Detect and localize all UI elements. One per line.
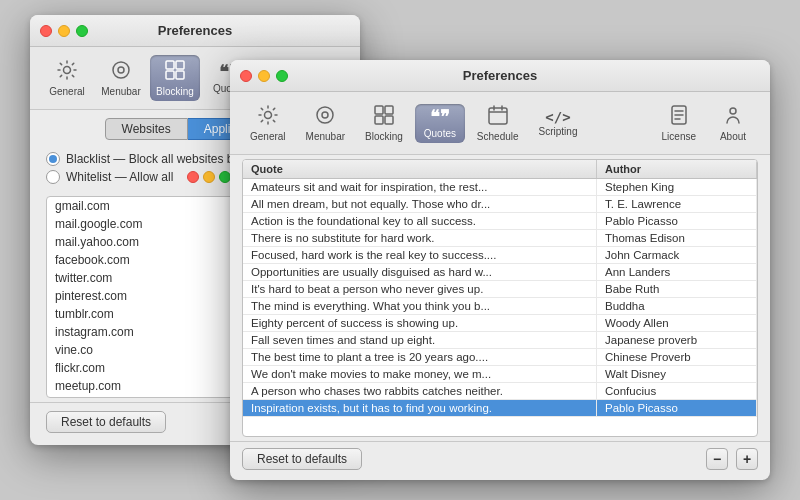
radio-dot-whitelist xyxy=(46,170,60,184)
bottom-bar-front: Reset to defaults − + xyxy=(230,441,770,476)
cell-author: John Carmack xyxy=(597,247,757,263)
minimize-button-front[interactable] xyxy=(258,70,270,82)
cell-quote: Fall seven times and stand up eight. xyxy=(243,332,597,348)
toolbar-blocking-back[interactable]: Blocking xyxy=(150,55,200,101)
svg-rect-14 xyxy=(385,106,393,114)
col-quote: Quote xyxy=(243,160,597,178)
toolbar-license-front[interactable]: License xyxy=(654,100,704,146)
cell-author: T. E. Lawrence xyxy=(597,196,757,212)
toolbar-front: General Menubar xyxy=(230,92,770,155)
toolbar-general-back[interactable]: General xyxy=(42,55,92,101)
toolbar-scripting-label-front: Scripting xyxy=(539,126,578,137)
quotes-table[interactable]: Quote Author Amateurs sit and wait for i… xyxy=(242,159,758,437)
svg-point-0 xyxy=(64,67,71,74)
toolbar-about-front[interactable]: About xyxy=(708,100,758,146)
toolbar-general-label-back: General xyxy=(49,86,85,97)
svg-point-11 xyxy=(317,107,333,123)
svg-rect-5 xyxy=(166,71,174,79)
blocking-icon-back xyxy=(164,59,186,84)
toolbar-menubar-front[interactable]: Menubar xyxy=(298,100,353,146)
close-button-front[interactable] xyxy=(240,70,252,82)
cell-quote: Opportunities are usually disguised as h… xyxy=(243,264,597,280)
plus-button[interactable]: + xyxy=(736,448,758,470)
radio-dot-blacklist xyxy=(46,152,60,166)
table-row[interactable]: It's hard to beat a person who never giv… xyxy=(243,281,757,298)
cell-author: Walt Disney xyxy=(597,366,757,382)
toolbar-menubar-back[interactable]: Menubar xyxy=(96,55,146,101)
titlebar-front: Preferences xyxy=(230,60,770,92)
table-header: Quote Author xyxy=(243,160,757,179)
toolbar-quotes-front[interactable]: ❝❞ Quotes xyxy=(415,104,465,143)
toolbar-blocking-label-back: Blocking xyxy=(156,86,194,97)
svg-rect-3 xyxy=(166,61,174,69)
cell-quote: There is no substitute for hard work. xyxy=(243,230,597,246)
about-icon-front xyxy=(722,104,744,129)
table-row[interactable]: The best time to plant a tree is 20 year… xyxy=(243,349,757,366)
close-button-back[interactable] xyxy=(40,25,52,37)
toolbar-schedule-label-front: Schedule xyxy=(477,131,519,142)
toolbar-schedule-front[interactable]: Schedule xyxy=(469,100,527,146)
svg-point-2 xyxy=(118,67,124,73)
table-row[interactable]: A person who chases two rabbits catches … xyxy=(243,383,757,400)
minimize-button-back[interactable] xyxy=(58,25,70,37)
toolbar-menubar-label-front: Menubar xyxy=(306,131,345,142)
tab-websites-back[interactable]: Websites xyxy=(105,118,188,140)
menubar-icon-back xyxy=(110,59,132,84)
menubar-icon-front xyxy=(314,104,336,129)
cell-quote: Focused, hard work is the real key to su… xyxy=(243,247,597,263)
table-row[interactable]: Focused, hard work is the real key to su… xyxy=(243,247,757,264)
cell-author: Thomas Edison xyxy=(597,230,757,246)
cell-quote: The mind is everything. What you think y… xyxy=(243,298,597,314)
svg-rect-4 xyxy=(176,61,184,69)
toolbar-scripting-front[interactable]: </> Scripting xyxy=(531,106,586,141)
license-icon-front xyxy=(668,104,690,129)
cell-quote: All men dream, but not equally. Those wh… xyxy=(243,196,597,212)
reset-button-front[interactable]: Reset to defaults xyxy=(242,448,362,470)
traffic-lights-back xyxy=(40,25,88,37)
table-row[interactable]: Amateurs sit and wait for inspiration, t… xyxy=(243,179,757,196)
svg-point-12 xyxy=(322,112,328,118)
quotes-icon-front: ❝❞ xyxy=(430,108,450,126)
svg-rect-17 xyxy=(489,108,507,124)
cell-quote: Eighty percent of success is showing up. xyxy=(243,315,597,331)
cell-author: Pablo Picasso xyxy=(597,400,757,416)
schedule-icon-front xyxy=(487,104,509,129)
cell-quote: The best time to plant a tree is 20 year… xyxy=(243,349,597,365)
toolbar-general-front[interactable]: General xyxy=(242,100,294,146)
table-row[interactable]: Opportunities are usually disguised as h… xyxy=(243,264,757,281)
minus-button[interactable]: − xyxy=(706,448,728,470)
table-row[interactable]: Eighty percent of success is showing up.… xyxy=(243,315,757,332)
cell-author: Stephen King xyxy=(597,179,757,195)
table-row[interactable]: Fall seven times and stand up eight. Jap… xyxy=(243,332,757,349)
maximize-button-back[interactable] xyxy=(76,25,88,37)
cell-quote: Action is the foundational key to all su… xyxy=(243,213,597,229)
svg-point-1 xyxy=(113,62,129,78)
cell-quote: Amateurs sit and wait for inspiration, t… xyxy=(243,179,597,195)
preferences-window-front: Preferences General xyxy=(230,60,770,480)
window-front-content: General Menubar xyxy=(230,92,770,476)
gear-icon-front xyxy=(257,104,279,129)
window-title-back: Preferences xyxy=(158,23,232,38)
cell-author: Confucius xyxy=(597,383,757,399)
cell-quote: It's hard to beat a person who never giv… xyxy=(243,281,597,297)
reset-button-back[interactable]: Reset to defaults xyxy=(46,411,166,433)
svg-rect-15 xyxy=(375,116,383,124)
window-title-front: Preferences xyxy=(463,68,537,83)
gear-icon-back xyxy=(56,59,78,84)
blocking-icon-front xyxy=(373,104,395,129)
maximize-button-front[interactable] xyxy=(276,70,288,82)
table-row[interactable]: There is no substitute for hard work. Th… xyxy=(243,230,757,247)
toolbar-blocking-front[interactable]: Blocking xyxy=(357,100,411,146)
cell-quote: Inspiration exists, but it has to find y… xyxy=(243,400,597,416)
cell-quote: We don't make movies to make money, we m… xyxy=(243,366,597,382)
quotes-rows-container: Amateurs sit and wait for inspiration, t… xyxy=(243,179,757,417)
svg-rect-16 xyxy=(385,116,393,124)
table-row[interactable]: The mind is everything. What you think y… xyxy=(243,298,757,315)
cell-author: Japanese proverb xyxy=(597,332,757,348)
toolbar-about-label-front: About xyxy=(720,131,746,142)
table-row[interactable]: Inspiration exists, but it has to find y… xyxy=(243,400,757,417)
table-row[interactable]: We don't make movies to make money, we m… xyxy=(243,366,757,383)
table-row[interactable]: Action is the foundational key to all su… xyxy=(243,213,757,230)
svg-rect-6 xyxy=(176,71,184,79)
table-row[interactable]: All men dream, but not equally. Those wh… xyxy=(243,196,757,213)
